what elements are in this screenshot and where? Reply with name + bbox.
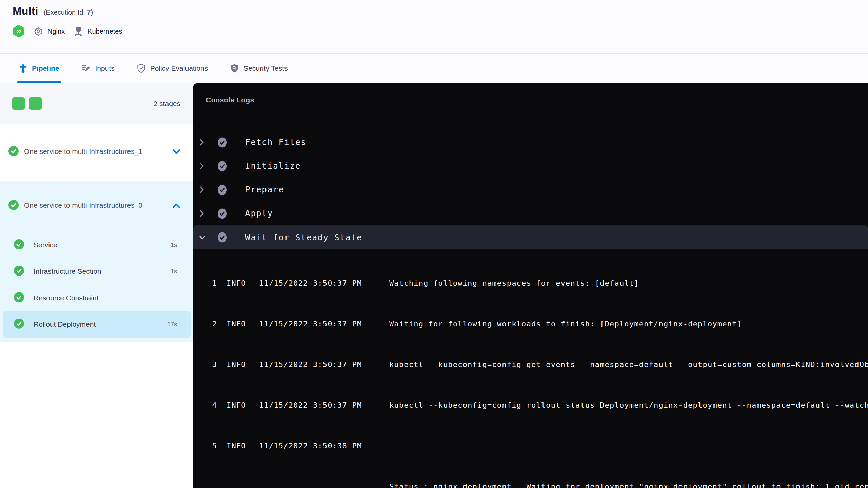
step-duration: 1s xyxy=(171,242,177,249)
chevron-right-icon xyxy=(199,210,205,217)
success-check-icon xyxy=(14,292,24,304)
success-check-icon xyxy=(217,232,227,243)
success-check-icon xyxy=(14,266,24,277)
kubernetes-infra-icon xyxy=(74,26,83,36)
success-check-icon xyxy=(217,161,227,171)
harness-cd-icon: ∞ xyxy=(13,25,25,38)
success-check-icon xyxy=(217,208,227,219)
chevron-right-icon xyxy=(199,162,205,170)
console-step-label: Fetch Files xyxy=(245,138,307,147)
console-step-label: Prepare xyxy=(245,185,284,195)
tab-security-tests[interactable]: Security Tests xyxy=(230,54,288,83)
shield-check-icon xyxy=(137,64,145,73)
stage-status-square xyxy=(12,97,25,110)
svg-text:∞: ∞ xyxy=(16,27,21,35)
tab-security-tests-label: Security Tests xyxy=(243,64,288,73)
sidebar-step-resource-constraint[interactable]: Resource Constraint xyxy=(3,285,191,311)
stage-count-label: 2 stages xyxy=(154,100,180,108)
gear-icon xyxy=(34,26,43,36)
success-check-icon xyxy=(8,204,19,211)
stage-name: One service to multi Infrastructures_0 xyxy=(7,199,142,214)
execution-header: Multi (Execution Id: 7) ∞ Nginx xyxy=(0,0,868,54)
stage-status-squares xyxy=(12,97,42,110)
tab-inputs[interactable]: Inputs xyxy=(82,54,115,83)
success-check-icon xyxy=(14,319,24,330)
log-line: 4INFO11/15/2022 3:50:37 PMkubectl --kube… xyxy=(201,399,868,412)
chevron-up-icon[interactable] xyxy=(172,203,180,210)
log-line: 1INFO11/15/2022 3:50:37 PMWatching follo… xyxy=(201,277,868,290)
sidebar-step-service[interactable]: Service 1s xyxy=(3,232,191,258)
console-step-initialize[interactable]: Initialize xyxy=(193,154,868,178)
log-line: Status : nginx-deployment Waiting for de… xyxy=(201,480,868,488)
stage-row-infrastructures-1[interactable]: One service to multi Infrastructures_1 xyxy=(0,124,193,181)
pipeline-icon xyxy=(19,64,27,73)
service-tag[interactable]: Nginx xyxy=(34,26,65,36)
log-output: 1INFO11/15/2022 3:50:37 PMWatching follo… xyxy=(193,249,868,488)
chevron-down-icon[interactable] xyxy=(172,149,180,156)
console-step-label: Initialize xyxy=(245,161,301,171)
stage-status-square xyxy=(29,97,42,110)
step-label: Resource Constraint xyxy=(34,294,98,302)
stages-summary-bar: 2 stages xyxy=(0,83,193,124)
tab-policy-evaluations-label: Policy Evaluations xyxy=(150,64,208,73)
sidebar-step-infrastructure-section[interactable]: Infrastructure Section 1s xyxy=(3,258,191,285)
console-step-prepare[interactable]: Prepare xyxy=(193,178,868,202)
console-step-label: Apply xyxy=(245,209,273,218)
sidebar-step-rollout-deployment[interactable]: Rollout Deployment 17s xyxy=(3,311,191,338)
step-duration: 17s xyxy=(167,321,177,328)
shield-search-icon xyxy=(230,64,239,73)
console-step-fetch-files[interactable]: Fetch Files xyxy=(193,130,868,154)
inputs-edit-icon xyxy=(82,64,91,73)
console-logs-title: Console Logs xyxy=(193,83,868,117)
success-check-icon xyxy=(217,185,227,195)
tab-policy-evaluations[interactable]: Policy Evaluations xyxy=(137,54,208,83)
expanded-stage-section: One service to multi Infrastructures_0 S… xyxy=(0,181,193,342)
tab-pipeline[interactable]: Pipeline xyxy=(19,54,59,83)
tab-inputs-label: Inputs xyxy=(95,64,115,73)
success-check-icon xyxy=(217,137,227,148)
console-step-wait-for-steady-state[interactable]: Wait for Steady State xyxy=(193,225,868,249)
console-logs-panel: Console Logs Fetch Files Initialize Prep… xyxy=(193,83,868,488)
execution-id: (Execution Id: 7) xyxy=(44,8,93,16)
chevron-right-icon xyxy=(199,139,205,146)
step-duration: 1s xyxy=(171,268,177,275)
stage-name: One service to multi Infrastructures_1 xyxy=(7,145,142,160)
success-check-icon xyxy=(8,150,19,158)
stage-row-infrastructures-0[interactable]: One service to multi Infrastructures_0 xyxy=(0,181,193,232)
step-label: Service xyxy=(34,241,57,249)
log-line: 2INFO11/15/2022 3:50:37 PMWaiting for fo… xyxy=(201,317,868,331)
success-check-icon xyxy=(14,239,24,251)
environment-tag[interactable]: Kubernetes xyxy=(74,26,122,36)
step-label: Rollout Deployment xyxy=(34,320,96,328)
service-tag-label: Nginx xyxy=(47,27,65,35)
page-title: Multi xyxy=(13,5,38,17)
execution-tabbar: Pipeline Inputs Policy Evaluations Secur… xyxy=(0,54,868,83)
log-line: 5INFO11/15/2022 3:50:38 PM xyxy=(201,439,868,453)
console-step-apply[interactable]: Apply xyxy=(193,202,868,225)
pipeline-stages-sidebar: 2 stages One service to multi Infrastruc… xyxy=(0,83,193,488)
chevron-down-icon xyxy=(199,235,205,240)
environment-tag-label: Kubernetes xyxy=(87,27,122,35)
console-step-label: Wait for Steady State xyxy=(245,233,362,242)
tab-pipeline-label: Pipeline xyxy=(32,64,59,73)
log-line: 3INFO11/15/2022 3:50:37 PMkubectl --kube… xyxy=(201,358,868,371)
step-label: Infrastructure Section xyxy=(34,267,101,276)
chevron-right-icon xyxy=(199,186,205,194)
